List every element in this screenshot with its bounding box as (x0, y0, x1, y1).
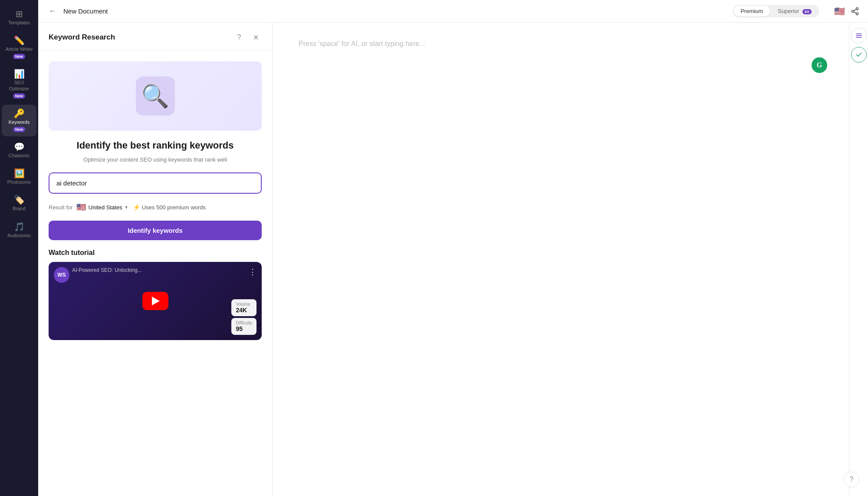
result-row: Result for 🇺🇸 United States ▾ ⚡ Uses 500… (49, 202, 262, 212)
premium-badge: ⚡ Uses 500 premium words (133, 204, 206, 211)
keyword-input[interactable] (49, 173, 261, 193)
sidebar-item-label: Templates (8, 20, 30, 26)
back-button[interactable]: ← (47, 5, 58, 17)
superior-badge: 6X (802, 9, 812, 14)
sidebar-item-label: Audiosonic (7, 233, 31, 238)
header-icons: 🇺🇸 (833, 7, 859, 16)
chatsonic-icon: 💬 (14, 142, 25, 151)
sidebar: ⊞ Templates ✏️ Article Writer New 📊 SEO … (0, 0, 38, 496)
panel-header: Keyword Research ? ✕ (38, 23, 272, 51)
panel-main-heading: Identify the best ranking keywords (49, 139, 262, 152)
sidebar-item-templates[interactable]: ⊞ Templates (2, 5, 36, 30)
sidebar-item-article-writer[interactable]: ✏️ Article Writer New (2, 32, 36, 63)
play-button[interactable] (142, 292, 168, 310)
grammarly-button[interactable]: G (812, 57, 827, 73)
tutorial-title: Watch tutorial (49, 249, 262, 257)
identify-keywords-button[interactable]: Identify keywords (49, 221, 262, 240)
tutorial-section: Watch tutorial WS AI-Powered SEO: Unlock… (49, 249, 262, 340)
photosonic-icon: 🖼️ (14, 169, 25, 178)
sidebar-item-label: Keywords (9, 119, 30, 125)
document-title: New Document (63, 7, 727, 15)
sidebar-item-label: Photosonic (7, 179, 31, 185)
search-illustration: 🔍 (129, 70, 181, 122)
audiosonic-icon: 🎵 (14, 222, 25, 231)
keyword-panel: Keyword Research ? ✕ 🔍 Ident (38, 23, 273, 496)
templates-icon: ⊞ (16, 10, 23, 18)
difficulty-value: 95 (236, 325, 252, 332)
right-toolbar (849, 23, 868, 496)
flag-icon[interactable]: 🇺🇸 (833, 7, 845, 16)
svg-line-3 (854, 12, 856, 13)
sidebar-item-label: Chatsonic (9, 153, 30, 159)
hero-illustration: 🔍 (49, 61, 262, 131)
tab-premium[interactable]: Premium (733, 6, 770, 17)
sidebar-item-photosonic[interactable]: 🖼️ Photosonic (2, 165, 36, 189)
play-triangle-icon (152, 297, 160, 305)
seo-optimizer-icon: 📊 (14, 69, 25, 78)
editor-main[interactable]: Press 'space' for AI, or start typing he… (273, 23, 849, 496)
video-thumbnail[interactable]: WS AI-Powered SEO: Unlocking... ⋮ Volume (49, 262, 262, 340)
quality-tabs: Premium Superior 6X (733, 5, 819, 17)
chevron-down-icon: ▾ (125, 204, 128, 210)
close-icon-btn[interactable]: ✕ (250, 31, 262, 43)
panel-title: Keyword Research (49, 33, 115, 42)
video-logo: WS (54, 267, 69, 283)
share-icon[interactable] (851, 7, 859, 16)
sidebar-item-label: SEO Optimizer (5, 80, 33, 91)
brand-icon: 🏷️ (14, 195, 25, 204)
sidebar-item-audiosonic[interactable]: 🎵 Audiosonic (2, 218, 36, 243)
sidebar-item-label: Article Writer (6, 46, 33, 52)
new-badge: New (13, 54, 26, 59)
sidebar-item-brand[interactable]: 🏷️ Brand (2, 191, 36, 216)
country-flag: 🇺🇸 (76, 202, 86, 212)
magnify-icon: 🔍 (141, 83, 169, 109)
volume-label: Volume (236, 302, 252, 307)
panel-heading: Identify the best ranking keywords Optim… (49, 139, 262, 164)
premium-text: Uses 500 premium words (142, 204, 206, 211)
tab-superior[interactable]: Superior 6X (771, 6, 819, 17)
notes-button[interactable] (851, 28, 867, 43)
sidebar-item-chatsonic[interactable]: 💬 Chatsonic (2, 138, 36, 163)
panel-header-icons: ? ✕ (233, 31, 262, 43)
sidebar-item-seo-optimizer[interactable]: 📊 SEO Optimizer New (2, 65, 36, 103)
help-icon-btn[interactable]: ? (233, 31, 245, 43)
keywords-icon: 🔑 (14, 109, 25, 118)
sidebar-item-keywords[interactable]: 🔑 Keywords New (2, 105, 36, 136)
editor-placeholder: Press 'space' for AI, or start typing he… (299, 40, 425, 48)
article-writer-icon: ✏️ (14, 36, 25, 45)
magnify-bg: 🔍 (136, 76, 175, 116)
main-content: ← New Document Premium Superior 6X 🇺🇸 (38, 0, 868, 496)
country-name: United States (89, 204, 122, 211)
lightning-icon: ⚡ (133, 204, 140, 211)
help-button[interactable]: ? (844, 472, 859, 487)
search-field (49, 172, 262, 194)
volume-value: 24K (236, 307, 252, 314)
grammarly-icon: G (817, 61, 822, 69)
panel-body: 🔍 Identify the best ranking keywords Opt… (38, 51, 272, 351)
video-stats: Volume 24K Difficulty 95 (231, 299, 256, 335)
svg-line-4 (854, 9, 856, 10)
result-label: Result for (49, 204, 73, 211)
editor-area: Keyword Research ? ✕ 🔍 Ident (38, 23, 868, 496)
sidebar-item-label: Brand (13, 206, 25, 212)
difficulty-label: Difficulty (236, 321, 252, 325)
check-button[interactable] (851, 47, 867, 63)
video-options-icon[interactable]: ⋮ (249, 267, 256, 277)
volume-stat-card: Volume 24K (231, 299, 256, 316)
difficulty-stat-card: Difficulty 95 (231, 318, 256, 335)
new-badge: New (13, 93, 26, 99)
panel-subheading: Optimize your content SEO using keywords… (49, 155, 262, 164)
country-selector[interactable]: 🇺🇸 United States ▾ (76, 202, 128, 212)
video-title-overlay: AI-Powered SEO: Unlocking... (72, 267, 142, 273)
header: ← New Document Premium Superior 6X 🇺🇸 (38, 0, 868, 23)
new-badge: New (13, 127, 26, 132)
